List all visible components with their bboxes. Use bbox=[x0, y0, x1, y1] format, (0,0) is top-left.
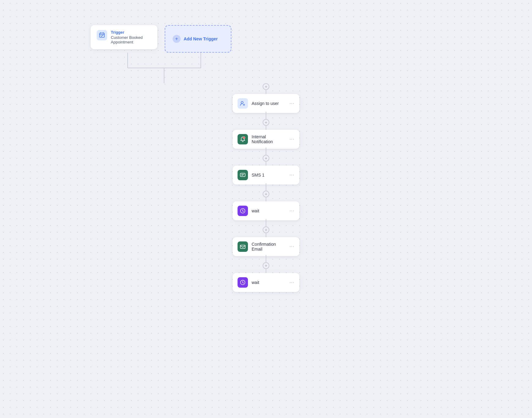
assign-to-user-card[interactable]: Assign to user ··· bbox=[233, 94, 299, 113]
notification-label: Internal Notification bbox=[252, 134, 286, 144]
plus-3[interactable]: + bbox=[263, 155, 269, 162]
svg-rect-9 bbox=[240, 245, 245, 248]
sms-card[interactable]: SMS 1 ··· bbox=[233, 166, 299, 185]
wait-1-menu[interactable]: ··· bbox=[290, 208, 294, 214]
trigger-connectors-svg bbox=[92, 53, 239, 83]
notification-menu[interactable]: ··· bbox=[290, 136, 294, 142]
email-icon bbox=[238, 241, 248, 252]
trigger-card[interactable]: Trigger Customer Booked Appointment bbox=[91, 25, 157, 49]
wait-2-icon bbox=[238, 277, 248, 288]
plus-4[interactable]: + bbox=[263, 191, 269, 197]
svg-point-5 bbox=[241, 102, 243, 104]
plus-6[interactable]: + bbox=[263, 262, 269, 269]
internal-notification-card[interactable]: Internal Notification ··· bbox=[233, 130, 299, 149]
sms-icon bbox=[238, 170, 248, 180]
trigger-icon bbox=[97, 30, 107, 40]
add-trigger-card[interactable]: + Add New Trigger bbox=[165, 25, 231, 53]
plus-2[interactable]: + bbox=[263, 119, 269, 126]
wait-2-card[interactable]: wait ··· bbox=[233, 273, 299, 292]
svg-rect-7 bbox=[240, 173, 245, 177]
wait-1-card[interactable]: wait ··· bbox=[233, 201, 299, 220]
wait-2-menu[interactable]: ··· bbox=[290, 280, 294, 285]
trigger-title: Trigger bbox=[111, 30, 143, 35]
confirmation-email-label: Confirmation Email bbox=[252, 242, 286, 252]
svg-rect-0 bbox=[99, 33, 104, 37]
plus-after-trigger[interactable]: + bbox=[263, 83, 269, 90]
notification-icon bbox=[238, 134, 248, 144]
trigger-text: Trigger Customer Booked Appointment bbox=[111, 30, 143, 44]
connector-2 bbox=[266, 112, 266, 119]
connector-10 bbox=[266, 255, 266, 262]
assign-user-icon bbox=[238, 98, 248, 109]
sms-label: SMS 1 bbox=[252, 173, 286, 177]
wait-1-label: wait bbox=[252, 208, 286, 213]
add-trigger-plus-icon: + bbox=[173, 35, 181, 43]
workflow-canvas: Trigger Customer Booked Appointment + Ad… bbox=[0, 0, 532, 418]
assign-user-menu[interactable]: ··· bbox=[290, 101, 294, 106]
confirmation-email-card[interactable]: Confirmation Email ··· bbox=[233, 237, 299, 256]
connector-8 bbox=[266, 219, 266, 226]
assign-user-label: Assign to user bbox=[252, 101, 286, 106]
confirmation-email-menu[interactable]: ··· bbox=[290, 244, 294, 249]
trigger-subtitle: Customer Booked Appointment bbox=[111, 35, 143, 44]
plus-5[interactable]: + bbox=[263, 226, 269, 233]
connector-4 bbox=[266, 147, 266, 155]
svg-point-6 bbox=[243, 137, 245, 139]
add-trigger-label: Add New Trigger bbox=[184, 36, 218, 41]
wait-1-icon bbox=[238, 206, 248, 216]
connector-6 bbox=[266, 183, 266, 191]
wait-2-label: wait bbox=[252, 280, 286, 285]
sms-menu[interactable]: ··· bbox=[290, 172, 294, 178]
